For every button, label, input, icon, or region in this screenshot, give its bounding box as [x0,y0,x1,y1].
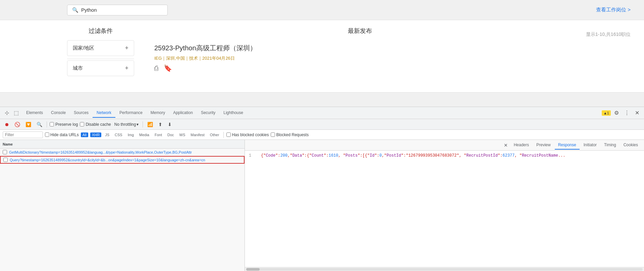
response-tabs: ✕ Headers Preview Response Initiator Tim… [245,140,644,151]
tab-performance[interactable]: Performance [115,108,147,118]
tab-network[interactable]: Network [93,108,115,118]
filter-divider [223,132,224,138]
filter-country-plus[interactable]: + [125,45,128,52]
tab-headers[interactable]: Headers [511,141,532,150]
filter-type-doc[interactable]: Doc [166,132,176,137]
results-count: 显示1-10,共1610职位 [586,30,631,38]
filter-type-all[interactable]: All [81,132,88,137]
filter-country-label: 国家/地区 [73,45,94,51]
tab-response[interactable]: Response [555,141,580,150]
settings-icon-btn[interactable]: ⚙ [612,108,621,117]
tab-sources[interactable]: Sources [70,108,93,118]
filter-type-other[interactable]: Other [208,132,221,137]
filter-item-country[interactable]: 国家/地区 + [67,40,134,56]
top-bar: 🔍 查看工作岗位 > [0,0,644,20]
tab-cookies[interactable]: Cookies [620,141,641,150]
scrollbar-thumb[interactable] [246,268,260,271]
devtools-right-icons: ▲1 ⚙ ⋮ ✕ [602,108,641,117]
devtools-topbar: ⊹ ⬚ Elements Console Sources Network Per… [0,107,644,119]
more-options-btn[interactable]: ⋮ [622,108,632,117]
filter-input[interactable] [3,131,43,138]
response-scrollbar[interactable] [245,267,644,271]
disable-cache-label[interactable]: Disable cache [80,122,111,127]
close-devtools-btn[interactable]: ✕ [633,108,641,117]
clear-btn[interactable]: 🚫 [13,121,22,128]
wifi-icon-btn[interactable]: 📶 [146,121,155,128]
table-row-selected[interactable]: Query?timestamp=1626351489952&countryId=… [0,156,245,164]
network-toolbar: ⏺ 🚫 🔽 🔍 Preserve log Disable cache No th… [0,119,644,130]
hide-data-urls-checkbox[interactable] [45,132,49,137]
device-toggle-btn[interactable]: ⬚ [12,108,21,117]
disable-cache-checkbox[interactable] [80,122,84,126]
filter-type-xhr[interactable]: XHR [90,132,101,137]
record-btn[interactable]: ⏺ [3,121,11,128]
filter-toggle-btn[interactable]: 🔽 [24,121,33,128]
search-network-btn[interactable]: 🔍 [35,121,44,128]
latest-title: 最新发布 [154,27,566,35]
tab-preview[interactable]: Preview [533,141,554,150]
devtools-panel: ⊹ ⬚ Elements Console Sources Network Per… [0,107,644,271]
filter-bar: Hide data URLs All XHR JS CSS Img Media … [0,130,644,140]
preserve-log-label[interactable]: Preserve log [50,122,78,127]
cursor-icon-btn[interactable]: ⊹ [3,108,11,117]
job-meta: IEG｜深圳,中国｜技术｜2021年04月26日 [154,55,566,61]
request-row-checkbox-2[interactable] [3,158,8,162]
response-line-1: 1 {"Code":200,"Data":{"Count":1610, "Pos… [249,153,640,158]
hide-data-urls-label[interactable]: Hide data URLs [45,132,79,137]
search-box[interactable]: 🔍 [67,5,168,15]
throttle-btn[interactable]: No throttling ▾ [113,121,140,127]
request-row-checkbox-1[interactable] [3,150,7,154]
filter-type-css[interactable]: CSS [113,132,124,137]
table-row[interactable]: GetMultiDictionary?timestamp=16263514899… [0,149,245,156]
tab-console[interactable]: Console [47,108,70,118]
filter-item-city[interactable]: 城市 + [67,60,134,76]
toolbar-divider2 [143,121,143,127]
filter-type-js[interactable]: JS [103,132,111,137]
tab-timing[interactable]: Timing [601,141,620,150]
filter-type-ws[interactable]: WS [178,132,187,137]
json-content-1: {"Code":200,"Data":{"Count":1610, "Posts… [261,153,640,158]
tab-memory[interactable]: Memory [147,108,169,118]
filter-city-plus[interactable]: + [125,65,128,72]
job-title: 25923-Python高级工程师（深圳） [154,44,566,53]
response-pane: ✕ Headers Preview Response Initiator Tim… [245,140,644,271]
response-close-btn[interactable]: ✕ [502,142,510,149]
tab-lighthouse[interactable]: Lighthouse [219,108,247,118]
devtools-left-icons: ⊹ ⬚ [3,108,21,117]
request-list: Name GetMultiDictionary?timestamp=162635… [0,140,245,271]
tab-application[interactable]: Application [169,108,197,118]
request-name-2: Query?timestamp=1626351489952&countryId=… [10,158,241,162]
response-body: 1 {"Code":200,"Data":{"Count":1610, "Pos… [245,151,644,267]
request-name-1: GetMultiDictionary?timestamp=16263514899… [9,150,242,154]
name-column-header: Name [3,142,13,146]
blocked-requests-label[interactable]: Blocked Requests [271,132,309,137]
job-card: 25923-Python高级工程师（深圳） IEG｜深圳,中国｜技术｜2021年… [154,40,566,75]
filter-type-media[interactable]: Media [138,132,151,137]
filter-type-font[interactable]: Font [153,132,164,137]
has-blocked-cookies-label[interactable]: Has blocked cookies [226,132,269,137]
download-icon-btn[interactable]: ⬇ [166,121,173,128]
upload-icon-btn[interactable]: ⬆ [157,121,164,128]
main-content: 过滤条件 国家/地区 + 城市 + 最新发布 25923-Python高级工程师… [0,20,644,93]
devtools-tabs: Elements Console Sources Network Perform… [21,108,602,118]
search-icon: 🔍 [72,7,78,13]
tab-security[interactable]: Security [197,108,219,118]
view-jobs-link[interactable]: 查看工作岗位 > [596,7,631,13]
search-input[interactable] [81,7,145,13]
filter-section: 过滤条件 国家/地区 + 城市 + [67,27,134,79]
tab-initiator[interactable]: Initiator [580,141,600,150]
bookmark-button[interactable]: 🔖 [164,64,172,72]
line-number-1: 1 [249,153,256,158]
warning-badge: ▲1 [602,110,611,116]
request-list-header: Name [0,140,245,149]
throttle-arrow-icon: ▾ [137,122,139,127]
filter-type-img[interactable]: Img [126,132,136,137]
has-blocked-cookies-checkbox[interactable] [226,132,231,137]
scrollbar-track[interactable] [246,268,643,271]
preserve-log-checkbox[interactable] [50,122,54,126]
tab-elements[interactable]: Elements [22,108,47,118]
filter-type-manifest[interactable]: Manifest [189,132,206,137]
blocked-requests-checkbox[interactable] [271,132,275,137]
toolbar-divider1 [47,121,47,127]
share-button[interactable]: ⎙ [154,64,158,72]
